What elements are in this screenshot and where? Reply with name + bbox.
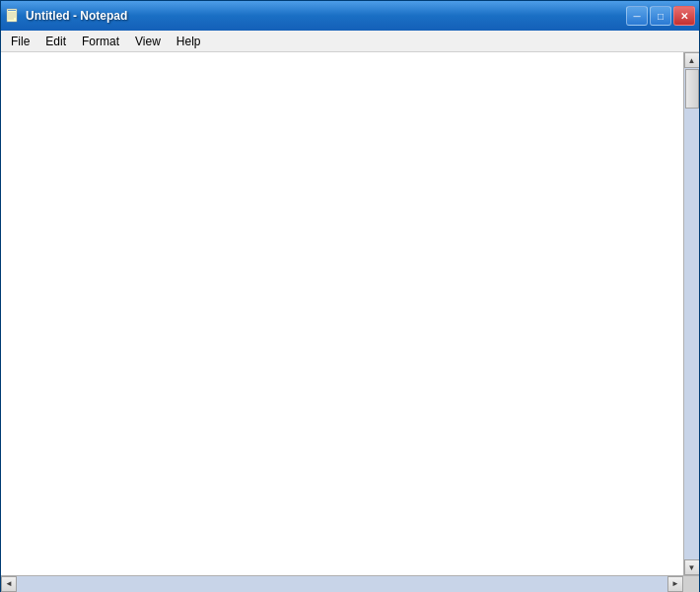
menu-edit[interactable]: Edit — [37, 31, 74, 51]
title-bar: Untitled - Notepad ─ □ ✕ — [1, 1, 699, 31]
scroll-track-h[interactable] — [17, 576, 667, 592]
notepad-icon — [5, 8, 21, 24]
bottom-area: ◄ ► — [1, 575, 699, 591]
minimize-button[interactable]: ─ — [626, 6, 648, 26]
menu-help[interactable]: Help — [169, 31, 209, 51]
maximize-button[interactable]: □ — [650, 6, 671, 26]
scroll-right-arrow[interactable]: ► — [667, 576, 683, 592]
title-bar-left: Untitled - Notepad — [5, 8, 127, 24]
scroll-corner — [683, 576, 699, 592]
text-editor[interactable] — [1, 52, 683, 575]
scroll-thumb-v[interactable] — [685, 69, 699, 109]
horizontal-scrollbar: ◄ ► — [1, 575, 699, 591]
editor-container: ▲ ▼ — [1, 52, 699, 575]
menu-bar: File Edit Format View Help — [1, 31, 699, 52]
scroll-track-v[interactable] — [684, 68, 699, 559]
close-button[interactable]: ✕ — [673, 6, 695, 26]
scroll-down-arrow[interactable]: ▼ — [684, 559, 700, 575]
scroll-left-arrow[interactable]: ◄ — [1, 576, 17, 592]
menu-file[interactable]: File — [3, 31, 37, 51]
menu-format[interactable]: Format — [74, 31, 127, 51]
vertical-scrollbar: ▲ ▼ — [683, 52, 699, 575]
menu-view[interactable]: View — [127, 31, 169, 51]
title-buttons: ─ □ ✕ — [626, 6, 695, 26]
svg-rect-1 — [8, 10, 16, 11]
window-title: Untitled - Notepad — [26, 9, 127, 23]
scroll-up-arrow[interactable]: ▲ — [684, 52, 700, 68]
notepad-window: Untitled - Notepad ─ □ ✕ File Edit Forma… — [0, 0, 700, 592]
